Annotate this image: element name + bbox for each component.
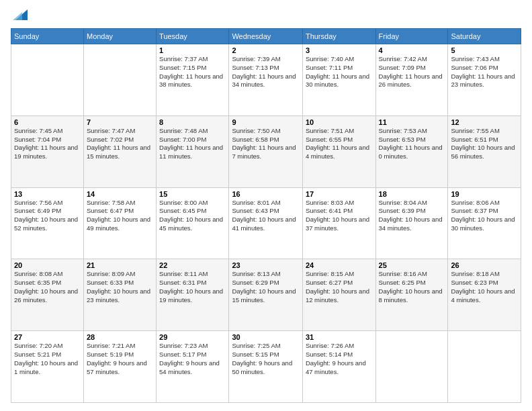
day-info: Sunrise: 7:23 AM Sunset: 5:17 PM Dayligh… <box>159 342 226 376</box>
week-row-2: 13Sunrise: 7:56 AM Sunset: 6:49 PM Dayli… <box>11 187 521 259</box>
day-info: Sunrise: 7:42 AM Sunset: 7:09 PM Dayligh… <box>379 55 445 89</box>
day-number: 21 <box>87 261 153 269</box>
day-info: Sunrise: 8:09 AM Sunset: 6:33 PM Dayligh… <box>87 270 153 304</box>
calendar-cell: 10Sunrise: 7:51 AM Sunset: 6:55 PM Dayli… <box>302 116 375 187</box>
day-header-tuesday: Tuesday <box>157 29 229 44</box>
day-number: 23 <box>232 261 300 269</box>
day-header-wednesday: Wednesday <box>229 29 303 44</box>
day-number: 3 <box>306 46 373 54</box>
day-number: 13 <box>14 190 81 198</box>
calendar-cell <box>83 44 156 116</box>
calendar-cell: 18Sunrise: 8:04 AM Sunset: 6:39 PM Dayli… <box>375 187 448 259</box>
day-info: Sunrise: 7:53 AM Sunset: 6:53 PM Dayligh… <box>379 127 445 161</box>
day-number: 26 <box>451 261 518 269</box>
day-number: 14 <box>87 190 153 198</box>
day-info: Sunrise: 8:18 AM Sunset: 6:23 PM Dayligh… <box>451 270 518 304</box>
day-info: Sunrise: 7:21 AM Sunset: 5:19 PM Dayligh… <box>87 342 153 376</box>
calendar-cell: 25Sunrise: 8:16 AM Sunset: 6:25 PM Dayli… <box>375 259 448 331</box>
calendar-cell: 29Sunrise: 7:23 AM Sunset: 5:17 PM Dayli… <box>157 331 229 403</box>
day-info: Sunrise: 8:08 AM Sunset: 6:35 PM Dayligh… <box>14 270 81 304</box>
day-info: Sunrise: 7:25 AM Sunset: 5:15 PM Dayligh… <box>232 342 300 376</box>
calendar-cell: 17Sunrise: 8:03 AM Sunset: 6:41 PM Dayli… <box>302 187 375 259</box>
day-info: Sunrise: 8:15 AM Sunset: 6:27 PM Dayligh… <box>306 270 373 304</box>
day-info: Sunrise: 8:16 AM Sunset: 6:25 PM Dayligh… <box>379 270 445 304</box>
calendar-cell: 16Sunrise: 8:01 AM Sunset: 6:43 PM Dayli… <box>229 187 303 259</box>
calendar-cell: 15Sunrise: 8:00 AM Sunset: 6:45 PM Dayli… <box>157 187 229 259</box>
svg-marker-1 <box>13 12 22 20</box>
calendar-cell: 20Sunrise: 8:08 AM Sunset: 6:35 PM Dayli… <box>11 259 84 331</box>
calendar-cell: 13Sunrise: 7:56 AM Sunset: 6:49 PM Dayli… <box>11 187 84 259</box>
day-number: 7 <box>87 118 153 126</box>
calendar-cell: 19Sunrise: 8:06 AM Sunset: 6:37 PM Dayli… <box>448 187 521 259</box>
calendar-cell: 28Sunrise: 7:21 AM Sunset: 5:19 PM Dayli… <box>83 331 156 403</box>
day-number: 2 <box>232 46 300 54</box>
day-info: Sunrise: 7:26 AM Sunset: 5:14 PM Dayligh… <box>306 342 373 376</box>
day-info: Sunrise: 7:43 AM Sunset: 7:06 PM Dayligh… <box>451 55 518 89</box>
calendar-cell: 24Sunrise: 8:15 AM Sunset: 6:27 PM Dayli… <box>302 259 375 331</box>
day-number: 5 <box>451 46 518 54</box>
week-row-1: 6Sunrise: 7:45 AM Sunset: 7:04 PM Daylig… <box>11 116 521 187</box>
calendar-cell: 1Sunrise: 7:37 AM Sunset: 7:15 PM Daylig… <box>157 44 229 116</box>
day-info: Sunrise: 7:37 AM Sunset: 7:15 PM Dayligh… <box>159 55 226 89</box>
calendar-cell: 7Sunrise: 7:47 AM Sunset: 7:02 PM Daylig… <box>83 116 156 187</box>
week-row-4: 27Sunrise: 7:20 AM Sunset: 5:21 PM Dayli… <box>11 331 521 403</box>
calendar-cell: 2Sunrise: 7:39 AM Sunset: 7:13 PM Daylig… <box>229 44 303 116</box>
day-info: Sunrise: 7:39 AM Sunset: 7:13 PM Dayligh… <box>232 55 300 89</box>
day-number: 29 <box>159 333 226 341</box>
calendar-cell: 6Sunrise: 7:45 AM Sunset: 7:04 PM Daylig… <box>11 116 84 187</box>
day-number: 8 <box>159 118 226 126</box>
calendar-header-row: SundayMondayTuesdayWednesdayThursdayFrid… <box>11 29 521 44</box>
calendar-cell: 27Sunrise: 7:20 AM Sunset: 5:21 PM Dayli… <box>11 331 84 403</box>
logo-icon <box>13 8 28 20</box>
calendar-table: SundayMondayTuesdayWednesdayThursdayFrid… <box>11 28 521 403</box>
calendar-cell: 22Sunrise: 8:11 AM Sunset: 6:31 PM Dayli… <box>157 259 229 331</box>
day-info: Sunrise: 8:01 AM Sunset: 6:43 PM Dayligh… <box>232 199 300 233</box>
day-info: Sunrise: 7:40 AM Sunset: 7:11 PM Dayligh… <box>306 55 373 89</box>
day-number: 9 <box>232 118 300 126</box>
calendar-cell: 21Sunrise: 8:09 AM Sunset: 6:33 PM Dayli… <box>83 259 156 331</box>
calendar-cell <box>11 44 84 116</box>
day-number: 15 <box>159 190 226 198</box>
day-number: 22 <box>159 261 226 269</box>
day-info: Sunrise: 7:48 AM Sunset: 7:00 PM Dayligh… <box>159 127 226 161</box>
calendar-cell: 4Sunrise: 7:42 AM Sunset: 7:09 PM Daylig… <box>375 44 448 116</box>
day-info: Sunrise: 8:06 AM Sunset: 6:37 PM Dayligh… <box>451 199 518 233</box>
day-number: 19 <box>451 190 518 198</box>
day-number: 18 <box>379 190 445 198</box>
week-row-3: 20Sunrise: 8:08 AM Sunset: 6:35 PM Dayli… <box>11 259 521 331</box>
logo <box>11 8 28 23</box>
day-info: Sunrise: 7:55 AM Sunset: 6:51 PM Dayligh… <box>451 127 518 161</box>
day-number: 4 <box>379 46 445 54</box>
day-info: Sunrise: 8:00 AM Sunset: 6:45 PM Dayligh… <box>159 199 226 233</box>
calendar-cell <box>448 331 521 403</box>
calendar-cell: 5Sunrise: 7:43 AM Sunset: 7:06 PM Daylig… <box>448 44 521 116</box>
calendar-cell: 30Sunrise: 7:25 AM Sunset: 5:15 PM Dayli… <box>229 331 303 403</box>
calendar-cell <box>375 331 448 403</box>
day-info: Sunrise: 7:51 AM Sunset: 6:55 PM Dayligh… <box>306 127 373 161</box>
day-header-friday: Friday <box>375 29 448 44</box>
calendar-cell: 23Sunrise: 8:13 AM Sunset: 6:29 PM Dayli… <box>229 259 303 331</box>
day-number: 31 <box>306 333 373 341</box>
day-number: 11 <box>379 118 445 126</box>
calendar-cell: 3Sunrise: 7:40 AM Sunset: 7:11 PM Daylig… <box>302 44 375 116</box>
day-info: Sunrise: 8:04 AM Sunset: 6:39 PM Dayligh… <box>379 199 445 233</box>
day-number: 1 <box>159 46 226 54</box>
day-number: 10 <box>306 118 373 126</box>
day-header-sunday: Sunday <box>11 29 84 44</box>
calendar-page: SundayMondayTuesdayWednesdayThursdayFrid… <box>0 0 532 411</box>
day-number: 28 <box>87 333 153 341</box>
header <box>11 8 521 23</box>
day-info: Sunrise: 7:45 AM Sunset: 7:04 PM Dayligh… <box>14 127 81 161</box>
calendar-cell: 9Sunrise: 7:50 AM Sunset: 6:58 PM Daylig… <box>229 116 303 187</box>
day-number: 20 <box>14 261 81 269</box>
day-info: Sunrise: 7:20 AM Sunset: 5:21 PM Dayligh… <box>14 342 81 376</box>
day-header-monday: Monday <box>83 29 156 44</box>
calendar-cell: 31Sunrise: 7:26 AM Sunset: 5:14 PM Dayli… <box>302 331 375 403</box>
day-number: 17 <box>306 190 373 198</box>
calendar-cell: 12Sunrise: 7:55 AM Sunset: 6:51 PM Dayli… <box>448 116 521 187</box>
calendar-cell: 11Sunrise: 7:53 AM Sunset: 6:53 PM Dayli… <box>375 116 448 187</box>
day-info: Sunrise: 7:47 AM Sunset: 7:02 PM Dayligh… <box>87 127 153 161</box>
calendar-cell: 8Sunrise: 7:48 AM Sunset: 7:00 PM Daylig… <box>157 116 229 187</box>
calendar-cell: 14Sunrise: 7:58 AM Sunset: 6:47 PM Dayli… <box>83 187 156 259</box>
day-info: Sunrise: 8:13 AM Sunset: 6:29 PM Dayligh… <box>232 270 300 304</box>
